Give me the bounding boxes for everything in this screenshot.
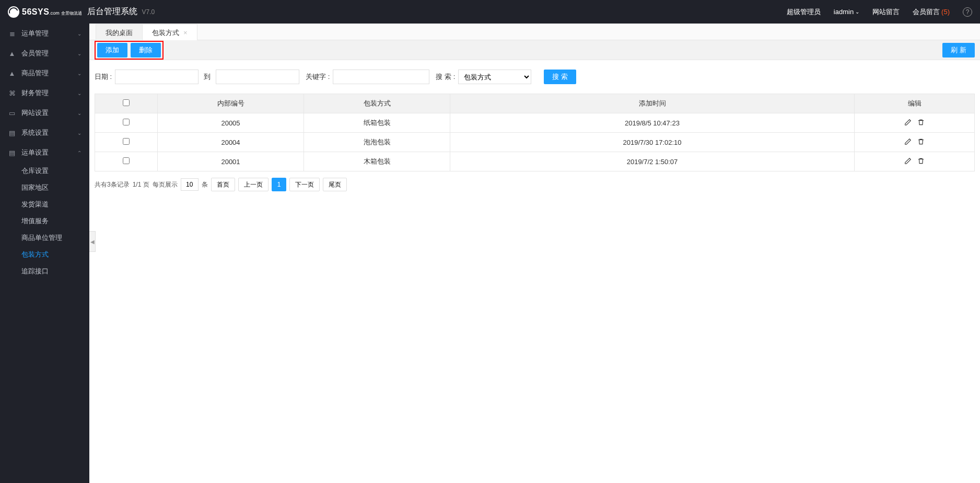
cell-time: 2019/8/5 10:47:23 — [450, 113, 855, 133]
page-summary: 共有3条记录 — [95, 180, 130, 189]
sidebar-item[interactable]: ▲ 会员管理 ⌄ — [0, 43, 89, 63]
edit-icon[interactable] — [904, 157, 912, 165]
tab[interactable]: 包装方式× — [142, 24, 197, 40]
help-icon[interactable]: ? — [963, 7, 972, 17]
cell-type: 纸箱包装 — [304, 113, 450, 133]
logo-icon — [8, 6, 19, 18]
sidebar-item[interactable]: ▭ 网站设置 ⌄ — [0, 103, 89, 123]
keyword-label: 关键字 : — [306, 72, 330, 82]
sidebar: ≣ 运单管理 ⌄▲ 会员管理 ⌄▲ 商品管理 ⌄⌘ 财务管理 ⌄▭ 网站设置 ⌄… — [0, 24, 89, 483]
keyword-input[interactable] — [333, 70, 429, 84]
chevron-down-icon: ⌄ — [77, 51, 81, 56]
cell-id: 20001 — [158, 152, 304, 171]
sidebar-sub-item[interactable]: 发货渠道 — [0, 196, 89, 213]
nav-label: 系统设置 — [21, 128, 77, 137]
sidebar-sub-item[interactable]: 增值服务 — [0, 213, 89, 229]
date-from-input[interactable] — [115, 70, 199, 84]
first-page-button[interactable]: 首页 — [211, 178, 235, 191]
highlighted-buttons: 添加 删除 — [95, 41, 164, 60]
search-button[interactable]: 搜 索 — [544, 70, 576, 84]
nav-icon: ▤ — [8, 149, 16, 157]
nav-label: 网站设置 — [21, 108, 77, 118]
trash-icon[interactable] — [917, 157, 925, 165]
cell-actions — [855, 133, 975, 152]
role-label: 超级管理员 — [787, 7, 821, 17]
cell-type: 泡泡包装 — [304, 133, 450, 152]
nav-label: 运单设置 — [21, 148, 77, 157]
unit-label: 条 — [202, 180, 208, 189]
nav-sub-label: 发货渠道 — [21, 200, 81, 209]
nav-sub-label: 增值服务 — [21, 216, 81, 226]
edit-icon[interactable] — [904, 137, 912, 145]
page-info: 1/1 页 — [133, 180, 149, 189]
logo[interactable]: 56SYS.com 全景物流通 — [8, 6, 82, 18]
row-checkbox[interactable] — [123, 119, 130, 125]
to-label: 到 — [204, 72, 211, 82]
row-checkbox[interactable] — [123, 138, 130, 145]
sidebar-item[interactable]: ⌘ 财务管理 ⌄ — [0, 83, 89, 103]
date-to-input[interactable] — [216, 70, 299, 84]
nav-icon: ▤ — [8, 129, 16, 137]
app-title: 后台管理系统 — [87, 6, 137, 17]
nav-sub-label: 包装方式 — [21, 250, 81, 259]
tabs: 我的桌面包装方式× — [89, 24, 980, 40]
nav-site-message[interactable]: 网站留言 — [872, 7, 900, 17]
col-header-time: 添加时间 — [450, 94, 855, 113]
sidebar-item[interactable]: ▤ 运单设置 ⌃ — [0, 143, 89, 163]
next-page-button[interactable]: 下一页 — [289, 178, 320, 191]
sidebar-sub-item[interactable]: 追踪接口 — [0, 263, 89, 280]
chevron-down-icon: ⌄ — [77, 90, 81, 96]
select-all-checkbox[interactable] — [123, 99, 130, 106]
refresh-button[interactable]: 刷 新 — [942, 43, 975, 58]
nav-sub-label: 追踪接口 — [21, 267, 81, 276]
chevron-down-icon: ⌄ — [77, 110, 81, 116]
prev-page-button[interactable]: 上一页 — [238, 178, 269, 191]
data-table: 内部编号 包装方式 添加时间 编辑 20005 纸箱包装 2019/8/5 10… — [95, 94, 975, 171]
add-button[interactable]: 添加 — [97, 43, 127, 58]
cell-time: 2019/7/30 17:02:10 — [450, 133, 855, 152]
nav-sub-label: 仓库设置 — [21, 166, 81, 176]
tab[interactable]: 我的桌面 — [96, 24, 143, 40]
search-type-select[interactable]: 包装方式 — [458, 70, 531, 84]
tab-label: 包装方式 — [152, 25, 179, 41]
per-page-input[interactable] — [181, 178, 199, 191]
cell-id: 20005 — [158, 113, 304, 133]
edit-icon[interactable] — [904, 118, 912, 126]
col-header-id: 内部编号 — [158, 94, 304, 113]
sidebar-sub-item[interactable]: 商品单位管理 — [0, 229, 89, 246]
user-menu[interactable]: iadmin ⌄ — [834, 8, 859, 16]
row-checkbox[interactable] — [123, 157, 130, 164]
table-row: 20001 木箱包装 2019/7/2 1:50:07 — [95, 152, 975, 171]
last-page-button[interactable]: 尾页 — [323, 178, 347, 191]
trash-icon[interactable] — [917, 137, 925, 145]
sidebar-item[interactable]: ▲ 商品管理 ⌄ — [0, 63, 89, 83]
chevron-down-icon: ⌄ — [77, 31, 81, 37]
chevron-down-icon: ⌄ — [855, 9, 859, 15]
delete-button[interactable]: 删除 — [131, 43, 161, 58]
sidebar-sub-item[interactable]: 包装方式 — [0, 246, 89, 263]
tab-label: 我的桌面 — [106, 25, 133, 41]
sidebar-sub-item[interactable]: 仓库设置 — [0, 163, 89, 179]
chevron-down-icon: ⌄ — [77, 130, 81, 136]
current-page-button[interactable]: 1 — [272, 178, 287, 191]
col-header-type: 包装方式 — [304, 94, 450, 113]
toolbar: 添加 删除 刷 新 — [89, 40, 980, 60]
trash-icon[interactable] — [917, 118, 925, 126]
sidebar-collapse-handle[interactable]: ◀ — [89, 231, 96, 252]
logo-text: 56SYS — [22, 7, 49, 16]
close-icon[interactable]: × — [183, 25, 188, 41]
nav-icon: ▲ — [8, 50, 16, 58]
sidebar-item[interactable]: ≣ 运单管理 ⌄ — [0, 24, 89, 43]
sidebar-sub-item[interactable]: 国家地区 — [0, 179, 89, 196]
nav-member-message[interactable]: 会员留言 (5) — [913, 7, 950, 17]
date-label: 日期 : — [95, 72, 112, 82]
header: 56SYS.com 全景物流通 后台管理系统 V7.0 超级管理员 iadmin… — [0, 0, 980, 24]
nav-sub-label: 商品单位管理 — [21, 233, 81, 243]
filter-bar: 日期 : 到 关键字 : 搜 索 : 包装方式 搜 索 — [89, 60, 980, 94]
chevron-down-icon: ⌄ — [77, 71, 81, 76]
nav-icon: ⌘ — [8, 89, 16, 97]
chevron-up-icon: ⌃ — [77, 150, 81, 156]
sidebar-item[interactable]: ▤ 系统设置 ⌄ — [0, 123, 89, 143]
col-header-checkbox — [95, 94, 158, 113]
cell-time: 2019/7/2 1:50:07 — [450, 152, 855, 171]
